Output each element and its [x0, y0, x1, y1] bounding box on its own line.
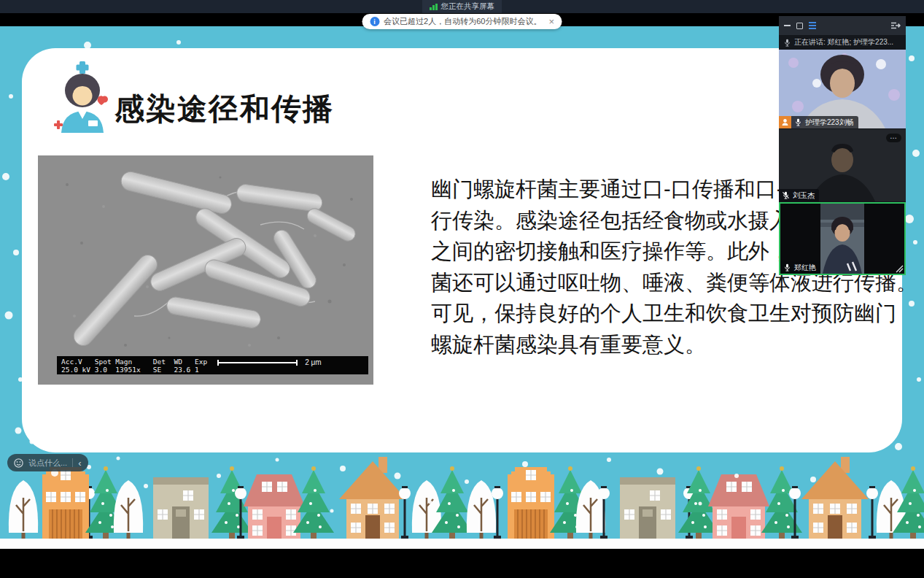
participant-video-tile[interactable]: … 刘玉杰	[779, 129, 906, 201]
presenter-badge-icon	[779, 116, 791, 128]
participant-video-tile[interactable]: 护理学223刘畅	[779, 50, 906, 128]
list-view-icon[interactable]	[809, 22, 816, 29]
scale-label: 2 μm	[305, 358, 321, 366]
participant-name: 郑红艳	[794, 263, 816, 273]
layout-icon[interactable]	[796, 23, 803, 29]
microphone-icon	[783, 39, 791, 47]
video-participants-panel: 正在讲话: 郑红艳; 护理学223...	[779, 16, 906, 275]
active-speaker-status: 正在讲话: 郑红艳; 护理学223...	[779, 35, 906, 50]
panel-header	[779, 16, 906, 35]
sharing-indicator: 您正在共享屏幕	[422, 0, 502, 13]
wallpaper-village-illustration	[0, 436, 924, 549]
signal-bars-icon	[430, 4, 438, 10]
speaking-status-text: 正在讲话: 郑红艳; 护理学223...	[794, 37, 893, 47]
micrograph-image	[38, 155, 373, 385]
minimize-icon[interactable]	[784, 25, 791, 26]
emoji-icon[interactable]	[14, 458, 23, 468]
chat-quick-bar[interactable]: 说点什么... ‹	[7, 454, 88, 471]
micrograph-caption-bar: Acc.V Spot Magn Det WD Exp 25.0 kV 3.0 1…	[57, 356, 368, 374]
screen-share-toolbar: 您正在共享屏幕	[0, 0, 924, 13]
presentation-slide: 感染途径和传播	[22, 48, 902, 452]
nurse-icon	[51, 61, 114, 133]
resize-handle[interactable]	[893, 263, 904, 273]
close-icon[interactable]: ×	[548, 16, 554, 27]
microphone-icon	[783, 263, 791, 271]
notification-text: 会议已超过2人，自动转为60分钟限时会议。	[384, 16, 541, 27]
caption-row-2: 25.0 kV 3.0 13951x SE 23.6 1	[61, 366, 199, 374]
paragraph-line: 螺旋杆菌感染具有重要意义。	[431, 329, 917, 361]
bacteria-micrograph: Acc.V Spot Magn Det WD Exp 25.0 kV 3.0 1…	[38, 155, 373, 385]
collapse-chevron-icon[interactable]: ‹	[78, 458, 81, 468]
divider	[72, 458, 73, 467]
microphone-muted-icon	[782, 191, 790, 199]
info-icon: i	[370, 17, 379, 26]
participant-name: 刘玉杰	[793, 190, 815, 201]
microphone-icon	[794, 118, 802, 126]
caption-row-1: Acc.V Spot Magn Det WD Exp	[61, 358, 207, 366]
meeting-notification: i 会议已超过2人，自动转为60分钟限时会议。 ×	[362, 14, 562, 29]
participant-label: 护理学223刘畅	[779, 116, 858, 128]
participant-label: 郑红艳	[780, 261, 820, 274]
participant-label: 刘玉杰	[779, 189, 819, 201]
slide-title: 感染途径和传播	[114, 89, 334, 129]
scale-bar	[217, 362, 298, 363]
shared-desktop-screen: 感染途径和传播	[0, 0, 924, 578]
active-participant-video-tile[interactable]: 郑红艳	[779, 202, 906, 275]
sharing-indicator-text: 您正在共享屏幕	[441, 1, 495, 12]
micrograph-metadata: Acc.V Spot Magn Det WD Exp 25.0 kV 3.0 1…	[61, 358, 207, 374]
chat-input-placeholder[interactable]: 说点什么...	[28, 458, 67, 469]
exit-panel-icon[interactable]	[890, 21, 901, 30]
paragraph-line: 可见，保持良好的个人卫生和饮食卫生对预防幽门	[431, 298, 917, 329]
participant-name: 护理学223刘畅	[805, 117, 854, 128]
more-options-button[interactable]: …	[886, 134, 901, 142]
